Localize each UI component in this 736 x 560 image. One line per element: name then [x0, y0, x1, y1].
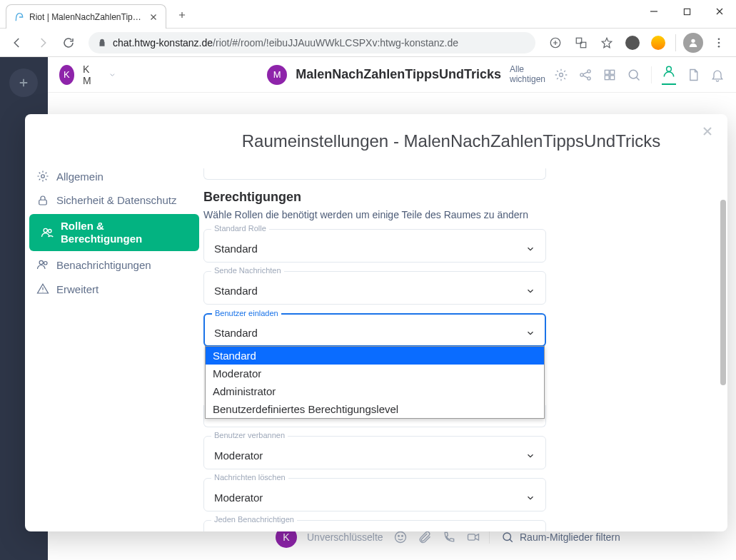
default-role-select[interactable]: Standard Rolle Standard — [203, 229, 546, 263]
warning-icon — [36, 282, 49, 295]
settings-sidebar: Allgemein Sicherheit & Datenschutz Rolle… — [25, 114, 203, 531]
sidebar-item-security[interactable]: Sicherheit & Datenschutz — [25, 188, 203, 213]
chevron-down-icon — [525, 328, 535, 338]
notify-everyone-select[interactable]: Jeden Benachrichtigen Moderator — [203, 520, 546, 531]
permissions-heading: Berechtigungen — [203, 190, 546, 205]
compose-button[interactable] — [9, 68, 38, 97]
svg-rect-0 — [684, 9, 690, 14]
room-avatar: M — [267, 65, 287, 85]
kebab-menu-icon[interactable] — [707, 31, 730, 54]
emoji-icon[interactable] — [393, 530, 408, 544]
phone-icon[interactable] — [442, 530, 456, 544]
previous-section-bottom — [203, 168, 546, 180]
sidebar-item-notifications[interactable]: Benachrichtigungen — [25, 253, 203, 277]
translate-icon[interactable] — [570, 31, 593, 54]
svg-rect-12 — [605, 70, 609, 74]
room-settings-dialog: Allgemein Sicherheit & Datenschutz Rolle… — [25, 114, 727, 531]
chevron-down-icon — [525, 244, 535, 254]
user-menu[interactable]: K M — [83, 63, 100, 86]
lock-icon — [36, 194, 49, 207]
url-text: chat.htwg-konstanz.de/riot/#/room/!eibuJ… — [113, 37, 458, 49]
zoom-plus-icon[interactable] — [544, 31, 567, 54]
svg-rect-13 — [610, 70, 615, 74]
search-icon[interactable] — [627, 68, 641, 82]
browser-tab[interactable]: Riot | MalenNachZahlenTippsUnd… — [6, 4, 166, 29]
svg-point-20 — [401, 536, 403, 537]
send-messages-select[interactable]: Sende Nachrichten Standard — [203, 271, 546, 305]
scrollbar-thumb[interactable] — [720, 200, 726, 385]
svg-point-16 — [629, 70, 637, 78]
svg-point-19 — [398, 536, 399, 537]
chevron-down-icon — [525, 493, 535, 503]
svg-point-22 — [503, 533, 511, 541]
file-icon[interactable] — [686, 68, 700, 82]
svg-rect-15 — [610, 75, 615, 79]
gear-icon[interactable] — [554, 68, 568, 82]
svg-point-18 — [395, 532, 405, 543]
dialog-title: Raumeinstellungen - MalenNachZahlenTipps… — [203, 131, 699, 151]
settings-content: Raumeinstellungen - MalenNachZahlenTipps… — [203, 114, 727, 531]
dropdown-option-administrator[interactable]: Administrator — [206, 382, 544, 400]
favicon-icon — [14, 11, 25, 23]
share-icon[interactable] — [578, 68, 593, 82]
svg-point-23 — [41, 175, 45, 178]
svg-rect-14 — [605, 75, 609, 79]
people-outline-icon — [36, 258, 49, 271]
svg-point-25 — [44, 228, 47, 232]
svg-rect-24 — [39, 200, 47, 205]
chevron-down-icon — [525, 451, 535, 461]
tab-title: Riot | MalenNachZahlenTippsUnd… — [29, 12, 144, 22]
member-filter[interactable]: Raum-Mitglieder filtern — [489, 531, 725, 544]
new-tab-button[interactable] — [172, 5, 192, 25]
role-dropdown: Standard Moderator Administrator Benutze… — [205, 346, 545, 419]
forward-button[interactable] — [31, 31, 54, 54]
svg-point-27 — [39, 260, 43, 264]
close-tab-icon[interactable] — [148, 12, 158, 22]
remove-messages-select[interactable]: Nachrichten löschen Moderator — [203, 478, 546, 511]
attachment-icon[interactable] — [418, 530, 432, 544]
people-icon[interactable] — [662, 64, 676, 78]
reload-button[interactable] — [57, 31, 80, 54]
bookmark-star-icon[interactable] — [595, 31, 618, 54]
chevron-down-icon[interactable] — [109, 70, 116, 80]
lock-icon — [97, 38, 107, 48]
people-icon — [41, 226, 54, 239]
sidebar-item-general[interactable]: Allgemein — [25, 164, 203, 188]
dropdown-option-standard[interactable]: Standard — [206, 347, 544, 365]
extension-1-icon[interactable] — [621, 31, 644, 54]
profile-button[interactable] — [682, 31, 705, 54]
sidebar-item-roles[interactable]: Rollen & Berechtigungen — [29, 214, 199, 251]
address-bar[interactable]: chat.htwg-konstanz.de/riot/#/room/!eibuJ… — [89, 32, 535, 54]
dropdown-option-moderator[interactable]: Moderator — [206, 365, 544, 382]
svg-rect-21 — [468, 534, 475, 540]
close-window-button[interactable] — [703, 0, 736, 23]
svg-point-28 — [44, 262, 48, 265]
notification-filter[interactable]: Alle wichtigen — [510, 65, 545, 83]
scrollbar[interactable] — [716, 114, 727, 531]
apps-grid-icon[interactable] — [603, 68, 617, 82]
svg-point-6 — [718, 41, 720, 44]
app-header: K K M M MalenNachZahlenTippsUndTricks Al… — [48, 57, 736, 93]
video-icon[interactable] — [466, 530, 480, 544]
search-icon — [501, 531, 514, 544]
composer-input[interactable]: Unverschlüsselte — [307, 531, 383, 543]
permissions-description: Wähle Rollen die benötigt werden um eini… — [203, 209, 546, 220]
bell-icon[interactable] — [710, 68, 725, 82]
user-avatar[interactable]: K — [59, 65, 74, 85]
gear-icon — [36, 170, 49, 183]
back-button[interactable] — [6, 31, 29, 54]
maximize-button[interactable] — [670, 0, 703, 23]
extension-2-icon[interactable] — [647, 31, 670, 54]
sidebar-item-advanced[interactable]: Erweitert — [25, 277, 203, 301]
svg-point-26 — [49, 230, 52, 233]
svg-point-5 — [718, 38, 720, 40]
svg-point-17 — [667, 66, 672, 71]
dropdown-option-custom[interactable]: Benutzerdefiniertes Berechtigungslevel — [206, 400, 544, 418]
invite-users-select[interactable]: Benutzer einladen Standard Standard Mode… — [203, 313, 546, 347]
ban-users-select[interactable]: Benutzer verbannen Moderator — [203, 436, 546, 469]
svg-point-7 — [718, 45, 720, 47]
svg-point-8 — [560, 73, 563, 76]
room-name: MalenNachZahlenTippsUndTricks — [296, 67, 501, 82]
minimize-button[interactable] — [637, 0, 670, 23]
browser-toolbar: chat.htwg-konstanz.de/riot/#/room/!eibuJ… — [0, 29, 736, 57]
